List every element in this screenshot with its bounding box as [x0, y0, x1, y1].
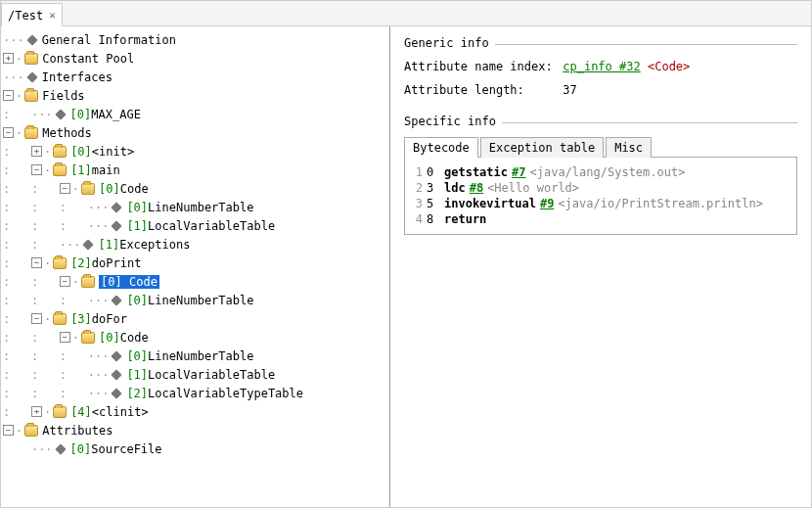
tree-item-constant-pool[interactable]: +·Constant Pool	[3, 49, 387, 68]
tree-item-attributes[interactable]: −·Attributes	[3, 421, 387, 439]
leaf-icon	[26, 34, 37, 45]
tab-bar: /Test ✕	[1, 1, 811, 26]
tree-item-method[interactable]: : −·[2] doPrint	[3, 254, 387, 272]
leaf-icon	[112, 369, 122, 380]
leaf-icon	[112, 350, 122, 361]
folder-icon	[81, 183, 95, 195]
cp-ref-type: <Code>	[648, 60, 690, 73]
tree-item-interfaces[interactable]: ···Interfaces	[3, 68, 387, 86]
leaf-icon	[83, 239, 94, 250]
tree-item-attr-selected[interactable]: : : −·[0] Code	[3, 272, 387, 291]
tree-item-sub[interactable]: : : : ···[0] LineNumberTable	[3, 291, 387, 309]
generic-info-section: Generic info Attribute name index: cp_in…	[404, 36, 797, 97]
tree-item-method[interactable]: : +·[0] <init>	[3, 142, 387, 161]
tree-item-attr[interactable]: : : ···[1] Exceptions	[3, 235, 387, 254]
tree-item-sub[interactable]: : : : ···[1] LocalVariableTable	[3, 216, 387, 235]
folder-icon	[53, 164, 67, 176]
folder-icon	[81, 332, 95, 344]
collapse-icon[interactable]: −	[31, 164, 42, 175]
generic-info-title: Generic info	[404, 36, 495, 50]
cp-ref-link[interactable]: #9	[540, 197, 554, 210]
specific-info-section: Specific info Bytecode Exception table M…	[404, 115, 797, 235]
attr-length-value: 37	[563, 83, 576, 97]
collapse-icon[interactable]: −	[60, 332, 70, 343]
cp-ref-link[interactable]: #8	[470, 181, 483, 195]
collapse-icon[interactable]: −	[3, 425, 14, 436]
collapse-icon[interactable]: −	[31, 313, 42, 324]
collapse-icon[interactable]: −	[60, 276, 70, 287]
tree-item-attr[interactable]: : : −·[0] Code	[3, 179, 387, 198]
detail-tabs: Bytecode Exception table Misc	[404, 136, 797, 158]
folder-icon	[24, 425, 38, 437]
leaf-icon	[112, 202, 122, 212]
tab-test[interactable]: /Test ✕	[1, 3, 63, 26]
leaf-icon	[26, 71, 37, 82]
folder-icon	[53, 406, 67, 418]
folder-icon	[53, 313, 67, 325]
tab-exception-table[interactable]: Exception table	[480, 137, 604, 158]
leaf-icon	[112, 388, 122, 398]
leaf-icon	[55, 109, 66, 119]
cp-info-link[interactable]: cp_info #32	[563, 60, 640, 73]
expand-icon[interactable]: +	[3, 53, 14, 64]
tree-item-method[interactable]: : +·[4] <clinit>	[3, 402, 387, 421]
collapse-icon[interactable]: −	[31, 257, 42, 268]
tree-pane: ···General Information +·Constant Pool ·…	[1, 26, 390, 507]
collapse-icon[interactable]: −	[3, 90, 14, 101]
folder-icon	[24, 53, 38, 65]
tree-item-sub[interactable]: : : : ···[2] LocalVariableTypeTable	[3, 384, 387, 402]
folder-icon	[81, 276, 95, 288]
expand-icon[interactable]: +	[31, 146, 42, 157]
detail-pane: Generic info Attribute name index: cp_in…	[390, 26, 811, 507]
bytecode-line: 3 5 invokevirtual #9 <java/io/PrintStrea…	[413, 197, 789, 210]
tree-item-sub[interactable]: : : : ···[1] LocalVariableTable	[3, 365, 387, 384]
cp-ref-link[interactable]: #7	[512, 165, 525, 179]
tree-item-sub[interactable]: : : : ···[0] LineNumberTable	[3, 346, 387, 365]
leaf-icon	[112, 295, 122, 305]
tree-item-general-info[interactable]: ···General Information	[3, 30, 387, 49]
bytecode-panel: 1 0 getstatic #7 <java/lang/System.out> …	[404, 158, 797, 235]
tab-bytecode[interactable]: Bytecode	[404, 137, 478, 158]
attr-name-index-label: Attribute name index:	[404, 60, 556, 73]
tab-title: /Test	[8, 9, 43, 23]
leaf-icon	[112, 220, 122, 231]
leaf-icon	[55, 443, 66, 454]
tree-item-sub[interactable]: : : : ···[0] LineNumberTable	[3, 198, 387, 216]
folder-icon	[24, 90, 38, 102]
tree-item-fields[interactable]: −·Fields	[3, 86, 387, 105]
tree-item-attr[interactable]: : : −·[0] Code	[3, 328, 387, 346]
tree-item-field[interactable]: : ···[0] MAX_AGE	[3, 105, 387, 123]
tree-item-method[interactable]: : −·[3] doFor	[3, 309, 387, 328]
bytecode-line: 2 3 ldc #8 <Hello world>	[413, 181, 789, 195]
collapse-icon[interactable]: −	[60, 183, 70, 194]
attr-length-label: Attribute length:	[404, 83, 556, 97]
folder-icon	[24, 127, 38, 139]
tree-item-method[interactable]: : −·[1] main	[3, 161, 387, 179]
folder-icon	[53, 257, 67, 269]
tab-misc[interactable]: Misc	[606, 137, 652, 158]
bytecode-line: 4 8 return	[413, 212, 789, 226]
specific-info-title: Specific info	[404, 115, 502, 128]
tree-item-methods[interactable]: −·Methods	[3, 123, 387, 142]
collapse-icon[interactable]: −	[3, 127, 14, 138]
tree-item-attr-file[interactable]: ···[0] SourceFile	[3, 439, 387, 458]
expand-icon[interactable]: +	[31, 406, 42, 417]
bytecode-line: 1 0 getstatic #7 <java/lang/System.out>	[413, 165, 789, 179]
close-icon[interactable]: ✕	[49, 9, 56, 22]
folder-icon	[53, 146, 67, 158]
